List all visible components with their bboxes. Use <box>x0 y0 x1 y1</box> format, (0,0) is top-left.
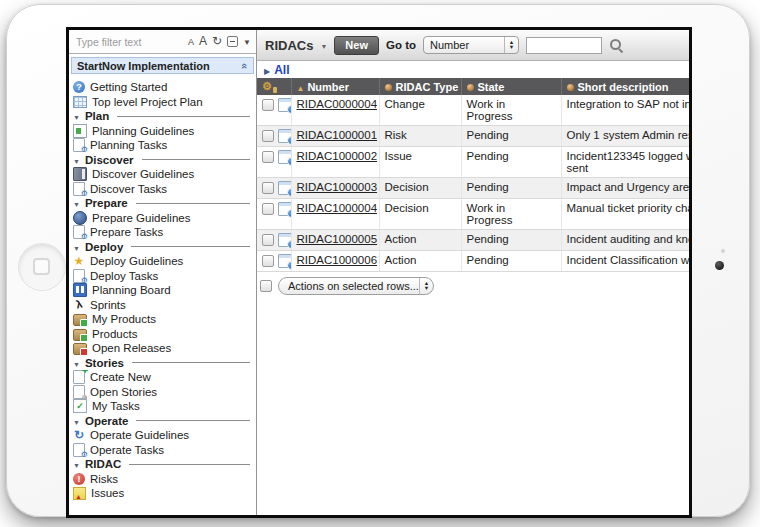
sidebar-item-deploy-tasks[interactable]: Deploy Tasks <box>73 269 256 284</box>
sidebar-item-open-stories[interactable]: Open Stories <box>73 385 256 400</box>
breadcrumb-all-link[interactable]: All <box>274 63 289 77</box>
goto-field-select[interactable]: Number <box>423 36 519 54</box>
preview-record-icon[interactable] <box>278 181 291 195</box>
sidebar-section-stories[interactable]: Stories <box>73 356 256 371</box>
row-checkbox[interactable] <box>262 151 274 163</box>
preview-record-icon[interactable] <box>278 233 291 247</box>
preview-record-icon[interactable] <box>278 98 291 112</box>
text-size-small-icon[interactable] <box>188 36 194 48</box>
sidebar-item-discover-tasks[interactable]: Discover Tasks <box>73 182 256 197</box>
row-checkbox[interactable] <box>262 130 274 142</box>
chevron-down-icon[interactable] <box>73 241 80 253</box>
row-checkbox[interactable] <box>262 234 274 246</box>
record-number-link[interactable]: RIDAC1000005 <box>297 233 378 245</box>
sidebar-section-ridac[interactable]: RIDAC <box>73 457 256 472</box>
sidebar-item-risks[interactable]: Risks <box>73 472 256 487</box>
goto-field-value: Number <box>424 39 504 51</box>
sidebar-item-issues[interactable]: Issues <box>73 486 256 501</box>
chevron-down-icon[interactable] <box>73 154 80 166</box>
sidebar-section-prepare[interactable]: Prepare <box>73 196 256 211</box>
sidebar-section-discover[interactable]: Discover <box>73 153 256 168</box>
short-description-cell: Integration to SAP not in s <box>567 98 685 110</box>
section-label: Plan <box>85 110 109 122</box>
filter-input[interactable] <box>74 35 183 49</box>
record-number-link[interactable]: RIDAC1000003 <box>297 181 378 193</box>
preview-record-icon[interactable] <box>278 254 291 268</box>
gold-gear-icon[interactable] <box>262 80 272 92</box>
sidebar-item-operate-guidelines[interactable]: Operate Guidelines <box>73 428 256 443</box>
double-chevron-up-icon[interactable] <box>239 62 251 68</box>
actions-select[interactable]: Actions on selected rows... <box>278 277 434 295</box>
sidebar-item-products[interactable]: Products <box>73 327 256 342</box>
sidebar-item-planning-guidelines[interactable]: Planning Guidelines <box>73 124 256 139</box>
preview-record-icon[interactable] <box>278 129 291 143</box>
select-all-checkbox[interactable] <box>260 280 272 292</box>
breadcrumb-arrow-icon[interactable] <box>264 64 270 76</box>
table-row: RIDAC0000004 Change Work in Progress Int… <box>257 95 689 126</box>
sidebar-item-getting-started[interactable]: Getting Started <box>73 80 256 95</box>
row-checkbox[interactable] <box>262 99 274 111</box>
record-number-link[interactable]: RIDAC1000004 <box>297 202 378 214</box>
sidebar-section-deploy[interactable]: Deploy <box>73 240 256 255</box>
sidebar-item-label: Planning Board <box>92 284 171 296</box>
table-row: RIDAC1000002 Issue Pending Incident12334… <box>257 147 689 178</box>
record-number-link[interactable]: RIDAC0000004 <box>297 98 378 110</box>
collapse-all-icon[interactable] <box>227 36 238 47</box>
sidebar-item-sprints[interactable]: Sprints <box>73 298 256 313</box>
sidebar-item-prepare-guidelines[interactable]: Prepare Guidelines <box>73 211 256 226</box>
navigator-filter-bar <box>69 30 256 54</box>
sidebar-section-plan[interactable]: Plan <box>73 109 256 124</box>
chevron-down-icon[interactable] <box>73 197 80 209</box>
text-size-large-icon[interactable] <box>199 35 207 48</box>
sidebar-item-prepare-tasks[interactable]: Prepare Tasks <box>73 225 256 240</box>
personalize-column-header[interactable] <box>257 78 291 95</box>
gold-figure-icon <box>73 255 85 267</box>
column-header-short-description[interactable]: Short description <box>561 78 689 95</box>
home-button[interactable] <box>18 243 66 291</box>
preview-record-icon[interactable] <box>278 202 291 216</box>
sidebar-item-label: Prepare Guidelines <box>92 212 190 224</box>
orange-dot-icon[interactable] <box>467 84 474 91</box>
goto-search-input[interactable] <box>526 37 602 54</box>
chevron-down-icon[interactable] <box>73 415 80 427</box>
column-header-number[interactable]: Number <box>291 78 379 95</box>
sidebar-item-discover-guidelines[interactable]: Discover Guidelines <box>73 167 256 182</box>
sidebar-item-open-releases[interactable]: Open Releases <box>73 341 256 356</box>
sidebar-item-deploy-guidelines[interactable]: Deploy Guidelines <box>73 254 256 269</box>
sidebar-item-top-level-project-plan[interactable]: Top level Project Plan <box>73 95 256 110</box>
title-dropdown-icon[interactable] <box>320 39 327 51</box>
list-title[interactable]: RIDACs <box>265 38 313 53</box>
navigator-module-header[interactable]: StartNow Implementation <box>71 57 254 74</box>
new-button[interactable]: New <box>334 36 379 55</box>
chevron-down-icon[interactable] <box>73 357 80 369</box>
row-checkbox[interactable] <box>262 182 274 194</box>
record-number-link[interactable]: RIDAC1000006 <box>297 254 378 266</box>
page-plus-icon <box>73 370 85 384</box>
chevron-down-icon[interactable] <box>73 458 80 470</box>
row-checkbox[interactable] <box>262 203 274 215</box>
sidebar-item-my-products[interactable]: My Products <box>73 312 256 327</box>
orange-dot-icon[interactable] <box>385 84 392 91</box>
section-divider <box>132 362 250 363</box>
menu-dropdown-icon[interactable] <box>243 36 251 48</box>
sidebar-item-operate-tasks[interactable]: Operate Tasks <box>73 443 256 458</box>
section-label: Deploy <box>85 241 123 253</box>
column-header-state[interactable]: State <box>461 78 561 95</box>
task-gear-icon <box>73 443 85 457</box>
record-number-link[interactable]: RIDAC1000001 <box>297 129 378 141</box>
sidebar-item-create-new[interactable]: Create New <box>73 370 256 385</box>
sidebar-item-planning-tasks[interactable]: Planning Tasks <box>73 138 256 153</box>
sidebar-section-operate[interactable]: Operate <box>73 414 256 429</box>
preview-record-icon[interactable] <box>278 150 291 164</box>
orange-dot-icon[interactable] <box>567 84 574 91</box>
record-number-link[interactable]: RIDAC1000002 <box>297 150 378 162</box>
magnifier-icon[interactable] <box>609 38 624 53</box>
task-gear-icon <box>73 269 85 283</box>
sidebar-item-planning-board[interactable]: Planning Board <box>73 283 256 298</box>
sidebar-item-my-tasks[interactable]: My Tasks <box>73 399 256 414</box>
refresh-icon[interactable] <box>212 35 222 48</box>
column-header-ridac-type[interactable]: RIDAC Type <box>379 78 461 95</box>
row-checkbox[interactable] <box>262 255 274 267</box>
chevron-down-icon[interactable] <box>73 110 80 122</box>
sidebar-item-label: Open Releases <box>92 342 171 354</box>
